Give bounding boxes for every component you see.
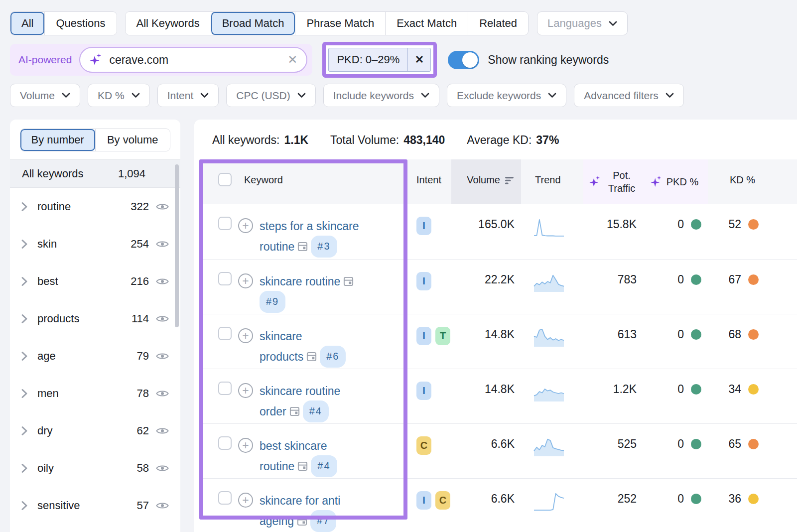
- sidebar-item-men[interactable]: men78: [10, 375, 180, 412]
- keyword-link-steps-for-a-skincare-routine[interactable]: steps for a skincareroutine#3: [260, 217, 378, 258]
- row-checkbox[interactable]: [218, 436, 232, 450]
- tab-phrase-match[interactable]: Phrase Match: [295, 12, 385, 35]
- pkd-value: 0: [677, 383, 684, 396]
- pkd-value: 0: [677, 328, 684, 341]
- show-ranking-toggle[interactable]: [448, 51, 479, 69]
- keyword-link-skincare-for-anti-ageing[interactable]: skincare for antiageing#7: [260, 491, 378, 532]
- eye-toggle[interactable]: [155, 349, 169, 363]
- sidebar-scrollbar[interactable]: [175, 164, 179, 327]
- tab-exact-match[interactable]: Exact Match: [385, 12, 468, 35]
- search-input[interactable]: cerave.com ✕: [79, 47, 307, 73]
- keyword-link-skincare-products[interactable]: skincareproducts#6: [260, 327, 378, 368]
- sidebar-item-all-keywords[interactable]: All keywords 1,094: [10, 159, 180, 188]
- row-checkbox[interactable]: [218, 217, 232, 230]
- kd-value: 68: [728, 328, 741, 341]
- position-badge[interactable]: #7: [310, 510, 336, 532]
- filter-exclude-keywords[interactable]: Exclude keywords: [447, 84, 566, 107]
- expand-chevron[interactable]: [21, 425, 28, 436]
- position-badge[interactable]: #3: [311, 236, 337, 258]
- table-row-skincare-for-anti-ageing: +skincare for antiageing#7IC6.6K252036: [199, 478, 797, 532]
- row-checkbox[interactable]: [218, 491, 232, 505]
- eye-toggle[interactable]: [155, 387, 169, 400]
- row-checkbox[interactable]: [218, 382, 232, 395]
- sidebar-item-dry[interactable]: dry62: [10, 412, 180, 449]
- filter-intent[interactable]: Intent: [157, 84, 219, 107]
- sidebar-item-sensitive[interactable]: sensitive57: [10, 487, 180, 524]
- tab-all[interactable]: All: [10, 12, 44, 35]
- position-badge[interactable]: #6: [320, 346, 346, 368]
- row-checkbox[interactable]: [218, 272, 232, 285]
- pkd-cell: 0: [641, 479, 708, 506]
- eye-toggle[interactable]: [155, 312, 169, 326]
- header-trend: Trend: [521, 159, 583, 186]
- eye-toggle[interactable]: [155, 200, 169, 214]
- tab-related[interactable]: Related: [468, 12, 528, 35]
- filter-volume[interactable]: Volume: [10, 84, 80, 107]
- kd-cell: 36: [708, 479, 770, 506]
- expand-chevron[interactable]: [21, 351, 28, 362]
- sidebar-item-best[interactable]: best216: [10, 263, 180, 300]
- eye-toggle[interactable]: [155, 424, 169, 438]
- pkd-remove-button[interactable]: ✕: [407, 48, 430, 71]
- clear-search-icon[interactable]: ✕: [287, 53, 297, 67]
- tab-questions[interactable]: Questions: [44, 12, 116, 35]
- eye-toggle[interactable]: [155, 274, 169, 288]
- sort-by-volume[interactable]: By volume: [95, 129, 170, 151]
- expand-chevron[interactable]: [21, 313, 28, 324]
- add-to-list-icon[interactable]: +: [238, 438, 253, 453]
- tab-broad-match[interactable]: Broad Match: [211, 12, 295, 35]
- serp-features-icon: [297, 241, 308, 252]
- sidebar-item-products[interactable]: products114: [10, 300, 180, 337]
- expand-chevron[interactable]: [21, 463, 28, 474]
- add-to-list-icon[interactable]: +: [238, 328, 253, 343]
- search-query: cerave.com: [109, 53, 168, 67]
- group-label: sensitive: [37, 499, 80, 512]
- row-checkbox[interactable]: [218, 327, 232, 340]
- eye-toggle[interactable]: [155, 237, 169, 251]
- keyword-link-best-skincare-routine[interactable]: best skincareroutine#4: [260, 436, 378, 477]
- expand-chevron[interactable]: [21, 239, 28, 250]
- sidebar-item-oily[interactable]: oily58: [10, 449, 180, 487]
- position-badge[interactable]: #4: [303, 400, 329, 422]
- intent-cell: IT: [407, 314, 451, 345]
- kd-dot-yellow: [748, 494, 759, 504]
- expand-chevron[interactable]: [21, 276, 28, 287]
- chevron-right-icon: [21, 239, 28, 250]
- filter-advanced-filters[interactable]: Advanced filters: [574, 84, 683, 107]
- trend-sparkline: [533, 436, 565, 457]
- sidebar-item-skin[interactable]: skin254: [10, 225, 180, 263]
- header-keyword-label: Keyword: [244, 174, 283, 186]
- filter-kd[interactable]: KD %: [88, 84, 150, 107]
- sort-by-number[interactable]: By number: [20, 129, 95, 151]
- filter-cpc-usd[interactable]: CPC (USD): [226, 84, 316, 107]
- select-all-checkbox[interactable]: [218, 173, 232, 186]
- languages-dropdown[interactable]: Languages: [537, 11, 628, 35]
- volume-cell: 6.6K: [451, 424, 521, 451]
- group-count: 78: [137, 387, 149, 400]
- add-to-list-icon[interactable]: +: [238, 493, 253, 508]
- eye-toggle[interactable]: [155, 499, 169, 513]
- sidebar-item-age[interactable]: age79: [10, 337, 180, 375]
- chevron-down-icon: [62, 93, 70, 98]
- eye-icon: [155, 461, 169, 475]
- sidebar-item-routine[interactable]: routine322: [10, 188, 180, 225]
- add-to-list-icon[interactable]: +: [238, 273, 253, 288]
- header-volume[interactable]: Volume: [451, 159, 521, 204]
- expand-chevron[interactable]: [21, 388, 28, 399]
- expand-chevron[interactable]: [21, 500, 28, 511]
- keyword-link-skincare-routine-order[interactable]: skincare routineorder#4: [260, 382, 378, 422]
- expand-chevron[interactable]: [21, 201, 28, 212]
- add-to-list-icon[interactable]: +: [238, 218, 253, 233]
- position-badge[interactable]: #4: [311, 455, 337, 477]
- keyword-cell: +skincare for antiageing#7: [199, 479, 407, 532]
- tab-all-keywords[interactable]: All Keywords: [126, 12, 211, 35]
- position-badge[interactable]: #9: [260, 291, 285, 313]
- add-to-list-icon[interactable]: +: [238, 383, 253, 398]
- eye-toggle[interactable]: [155, 461, 169, 475]
- intent-badge-c: C: [416, 436, 431, 455]
- chevron-down-icon: [548, 93, 556, 98]
- group-label: oily: [37, 462, 54, 475]
- filter-include-keywords[interactable]: Include keywords: [323, 84, 439, 107]
- keyword-link-skincare-routine[interactable]: skincare routine#9: [260, 272, 378, 313]
- kd-dot-orange: [748, 439, 759, 449]
